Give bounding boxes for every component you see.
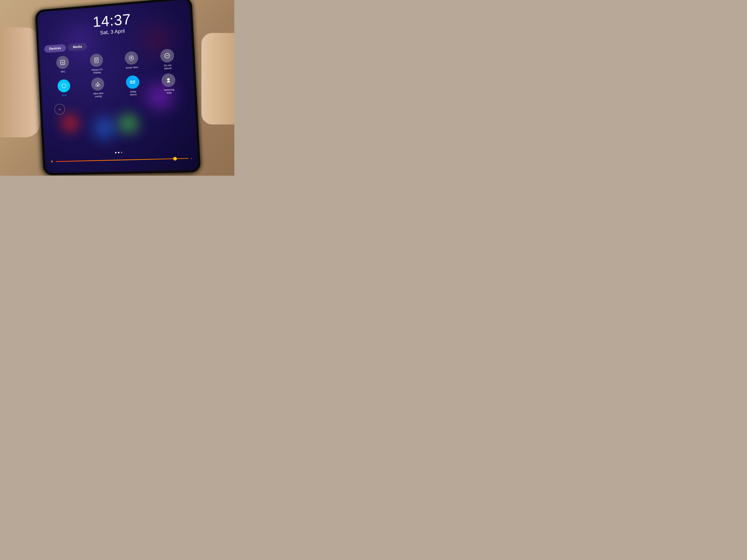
svg-rect-14 xyxy=(133,81,134,83)
hand-thumb xyxy=(0,27,40,137)
dnd-icon-circle xyxy=(160,49,175,63)
quick-settings-panel: Devices Media N NFC xyxy=(44,35,189,115)
dnd-label: Do notdisturb xyxy=(164,64,172,70)
dolby-label: DolbyAtmos xyxy=(130,90,137,96)
hand-fingers-right xyxy=(201,33,234,125)
data-saving-icon-circle xyxy=(91,77,105,91)
svg-text:N: N xyxy=(62,61,63,64)
clock-time: 14:37 xyxy=(93,12,131,29)
bottom-area: ☀ › xyxy=(44,132,198,173)
tab-devices[interactable]: Devices xyxy=(44,44,66,53)
phone-screen: 14:37 Sat, 3 April Devices Media N xyxy=(37,0,198,173)
aod-icon-circle xyxy=(90,53,103,67)
page-dot-3 xyxy=(121,152,122,153)
page-indicator xyxy=(115,152,122,153)
sync-icon xyxy=(60,83,67,89)
kids-icon-circle xyxy=(161,73,176,87)
sync-label: Sync xyxy=(62,94,67,97)
aod-label: Always OnDisplay xyxy=(92,68,103,74)
tab-media[interactable]: Media xyxy=(68,43,87,51)
smart-view-label: Smart View xyxy=(126,66,138,69)
brightness-track[interactable] xyxy=(56,158,188,162)
nfc-icon-circle: N xyxy=(56,56,69,69)
data-saving-icon xyxy=(94,81,101,88)
nfc-label: NFC xyxy=(60,70,66,73)
kids-label: SamsungKids xyxy=(164,88,175,95)
smart-view-icon-circle xyxy=(124,51,138,65)
brightness-thumb[interactable] xyxy=(173,157,177,161)
add-button-row: + xyxy=(47,98,189,115)
tile-ultra-data-saving[interactable]: Ultra datasaving xyxy=(81,77,115,99)
tile-nfc[interactable]: N NFC xyxy=(47,55,79,77)
svg-rect-13 xyxy=(131,81,132,83)
brightness-control: ☀ › xyxy=(50,156,192,164)
page-dot-1 xyxy=(115,152,117,153)
kids-icon xyxy=(165,77,172,84)
tile-dnd[interactable]: Do notdisturb xyxy=(150,48,185,71)
brightness-expand-icon[interactable]: › xyxy=(190,156,192,160)
dnd-icon xyxy=(164,52,171,59)
dolby-icon xyxy=(129,79,136,86)
svg-rect-3 xyxy=(95,58,98,60)
sync-icon-circle xyxy=(57,79,70,92)
quick-tiles-grid: N NFC xyxy=(45,48,188,100)
screen-content: 14:37 Sat, 3 April Devices Media N xyxy=(37,0,198,173)
add-tile-button[interactable]: + xyxy=(54,104,65,115)
data-saving-label: Ultra datasaving xyxy=(93,92,103,98)
aod-icon xyxy=(93,57,100,64)
tile-smart-view[interactable]: Smart View xyxy=(114,50,149,73)
time-section: 14:37 Sat, 3 April xyxy=(93,12,132,36)
tile-dolby-atmos[interactable]: DolbyAtmos xyxy=(115,75,150,97)
dolby-icon-circle xyxy=(126,75,139,89)
smart-view-icon xyxy=(128,55,135,62)
svg-line-4 xyxy=(95,60,98,61)
tile-always-on-display[interactable]: Always OnDisplay xyxy=(80,53,114,75)
brightness-sun-icon: ☀ xyxy=(50,159,54,164)
tile-sync[interactable]: Sync xyxy=(48,79,81,100)
page-dot-2 xyxy=(118,152,119,153)
tile-samsung-kids[interactable]: SamsungKids xyxy=(151,73,186,95)
nfc-icon: N xyxy=(59,59,66,66)
phone-device: 14:37 Sat, 3 April Devices Media N xyxy=(35,0,201,175)
